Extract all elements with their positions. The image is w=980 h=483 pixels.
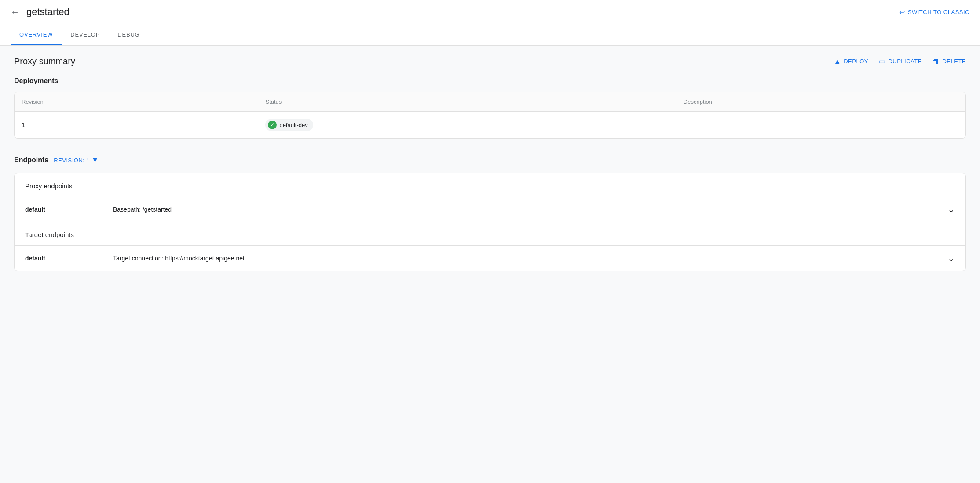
target-endpoints-group: Target endpoints default Target connecti… (15, 222, 965, 271)
revision-selector[interactable]: REVISION: 1 ▼ (54, 156, 99, 164)
status-badge: ✓ default-dev (265, 119, 313, 131)
action-buttons: ▲ DEPLOY ▭ DUPLICATE 🗑 DELETE (834, 57, 966, 66)
deployments-title: Deployments (14, 77, 966, 85)
back-button[interactable]: ← (11, 7, 19, 16)
col-revision: Revision (15, 92, 258, 112)
table-row: 1 ✓ default-dev (15, 112, 965, 139)
status-check-icon: ✓ (268, 121, 277, 129)
main-content: Proxy summary ▲ DEPLOY ▭ DUPLICATE 🗑 DEL… (0, 46, 980, 282)
target-endpoint-expand-icon[interactable]: ⌄ (947, 253, 955, 263)
cell-revision: 1 (15, 112, 258, 139)
proxy-endpoint-default[interactable]: default Basepath: /getstarted ⌄ (15, 197, 965, 222)
col-description: Description (676, 92, 965, 112)
top-bar-left: ← getstarted (11, 6, 69, 18)
top-bar: ← getstarted ↩ SWITCH TO CLASSIC (0, 0, 980, 24)
cell-status: ✓ default-dev (258, 112, 676, 139)
tab-debug[interactable]: DEBUG (109, 24, 148, 45)
delete-button[interactable]: 🗑 DELETE (932, 58, 966, 66)
revision-label: REVISION: 1 (54, 157, 90, 164)
cell-description (676, 112, 965, 139)
proxy-endpoints-title: Proxy endpoints (15, 173, 965, 197)
deployments-table: Revision Status Description 1 ✓ default-… (15, 92, 965, 138)
endpoints-title: Endpoints (14, 156, 48, 164)
tabs-bar: OVERVIEW DEVELOP DEBUG (0, 24, 980, 46)
target-endpoint-name: default (25, 255, 113, 262)
tab-overview[interactable]: OVERVIEW (11, 24, 62, 45)
proxy-summary-header: Proxy summary ▲ DEPLOY ▭ DUPLICATE 🗑 DEL… (14, 56, 966, 66)
table-header-row: Revision Status Description (15, 92, 965, 112)
switch-classic-icon: ↩ (899, 8, 905, 16)
deployments-section: Deployments Revision Status Description … (14, 77, 966, 139)
page-title: getstarted (26, 6, 69, 18)
duplicate-icon: ▭ (879, 57, 886, 66)
proxy-endpoint-name: default (25, 206, 113, 213)
col-status: Status (258, 92, 676, 112)
switch-to-classic-button[interactable]: ↩ SWITCH TO CLASSIC (899, 8, 969, 16)
target-endpoint-default[interactable]: default Target connection: https://mockt… (15, 245, 965, 271)
proxy-endpoints-group: Proxy endpoints default Basepath: /getst… (15, 173, 965, 222)
switch-classic-label: SWITCH TO CLASSIC (908, 9, 969, 15)
chevron-down-icon: ▼ (91, 156, 99, 164)
proxy-summary-title: Proxy summary (14, 56, 75, 66)
endpoints-section: Endpoints REVISION: 1 ▼ Proxy endpoints … (14, 156, 966, 271)
deploy-icon: ▲ (834, 58, 841, 66)
status-label: default-dev (279, 122, 307, 128)
endpoints-card: Proxy endpoints default Basepath: /getst… (14, 173, 966, 271)
delete-icon: 🗑 (932, 58, 940, 66)
target-endpoints-title: Target endpoints (15, 222, 965, 245)
tab-develop[interactable]: DEVELOP (62, 24, 109, 45)
deployments-card: Revision Status Description 1 ✓ default-… (14, 92, 966, 139)
duplicate-button[interactable]: ▭ DUPLICATE (879, 57, 922, 66)
proxy-endpoint-expand-icon[interactable]: ⌄ (947, 204, 955, 215)
target-endpoint-connection: Target connection: https://mocktarget.ap… (113, 255, 947, 262)
deploy-button[interactable]: ▲ DEPLOY (834, 58, 868, 66)
endpoints-header: Endpoints REVISION: 1 ▼ (14, 156, 966, 164)
proxy-endpoint-basepath: Basepath: /getstarted (113, 206, 947, 213)
